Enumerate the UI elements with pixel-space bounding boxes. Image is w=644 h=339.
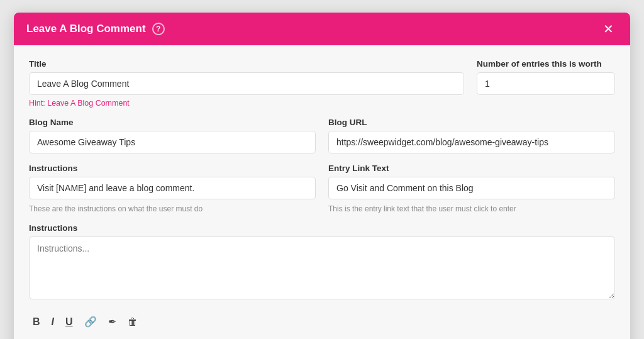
- modal-body: Title Hint: Leave A Blog Comment Number …: [14, 45, 630, 339]
- entry-link-group: Entry Link Text This is the entry link t…: [328, 164, 615, 213]
- form-row-1: Title Hint: Leave A Blog Comment Number …: [29, 59, 615, 108]
- title-input[interactable]: [29, 72, 464, 95]
- title-group: Title Hint: Leave A Blog Comment: [29, 59, 464, 108]
- editor-toolbar: B I U 🔗 ✒ 🗑: [29, 309, 615, 332]
- modal-title: Leave A Blog Comment: [26, 23, 146, 35]
- italic-button[interactable]: I: [48, 314, 58, 330]
- form-row-3: Instructions These are the instructions …: [29, 164, 615, 213]
- instructions-input[interactable]: [29, 177, 316, 199]
- trash-button[interactable]: 🗑: [124, 314, 142, 330]
- form-row-2: Blog Name Blog URL: [29, 118, 615, 153]
- header-left: Leave A Blog Comment ?: [26, 23, 165, 35]
- blog-url-group: Blog URL: [328, 118, 615, 153]
- link-button[interactable]: 🔗: [80, 314, 101, 330]
- underline-button[interactable]: U: [62, 314, 77, 330]
- entry-link-hint: This is the entry link text that the use…: [328, 204, 615, 213]
- blog-url-label: Blog URL: [328, 118, 615, 127]
- entry-link-input[interactable]: [328, 177, 615, 199]
- instructions2-label: Instructions: [29, 223, 615, 233]
- bold-button[interactable]: B: [29, 314, 44, 330]
- blog-name-input[interactable]: [29, 131, 316, 153]
- instructions-hint: These are the instructions on what the u…: [29, 204, 316, 213]
- entry-link-label: Entry Link Text: [328, 164, 615, 173]
- title-hint: Hint: Leave A Blog Comment: [29, 99, 464, 108]
- modal-header: Leave A Blog Comment ? ✕: [14, 13, 630, 45]
- entries-label: Number of entries this is worth: [477, 59, 615, 69]
- modal-container: Leave A Blog Comment ? ✕ Title Hint: Lea…: [14, 13, 630, 339]
- instructions2-group: Instructions: [29, 223, 615, 299]
- help-icon[interactable]: ?: [152, 23, 165, 35]
- instructions-label: Instructions: [29, 164, 316, 173]
- blog-name-label: Blog Name: [29, 118, 316, 127]
- instructions-group: Instructions These are the instructions …: [29, 164, 316, 213]
- form-row-4: Instructions: [29, 223, 615, 299]
- instructions-textarea[interactable]: [29, 236, 615, 299]
- pen-button[interactable]: ✒: [104, 314, 120, 330]
- blog-name-group: Blog Name: [29, 118, 316, 153]
- entries-group: Number of entries this is worth: [477, 59, 615, 108]
- blog-url-input[interactable]: [328, 131, 615, 153]
- title-label: Title: [29, 59, 464, 69]
- entries-input[interactable]: [477, 72, 615, 95]
- close-button[interactable]: ✕: [599, 21, 618, 36]
